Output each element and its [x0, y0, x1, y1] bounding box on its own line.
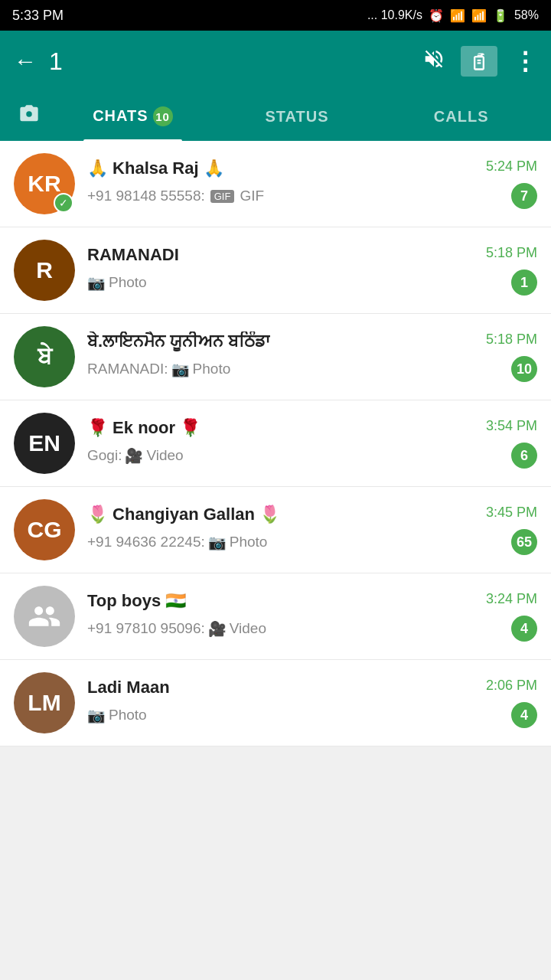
- nav-actions: ⋮: [422, 46, 537, 77]
- chat-preview-text: Gogi: 🎥 Video: [87, 447, 184, 465]
- chat-name: 🌹 Ek noor 🌹: [87, 418, 201, 438]
- more-options-button[interactable]: ⋮: [513, 47, 537, 76]
- battery-icon: 🔋: [493, 8, 508, 23]
- chat-content: 🌷 Changiyan Gallan 🌷 3:45 PM +91 94636 2…: [87, 505, 537, 555]
- chat-item[interactable]: CG 🌷 Changiyan Gallan 🌷 3:45 PM +91 9463…: [0, 487, 551, 573]
- chat-name-row: 🌷 Changiyan Gallan 🌷 3:45 PM: [87, 505, 537, 524]
- avatar: CG: [14, 499, 75, 560]
- chat-preview-text: 📷 Photo: [87, 707, 147, 724]
- chat-content: Ladi Maan 2:06 PM 📷 Photo 4: [87, 678, 537, 728]
- tab-chats[interactable]: CHATS10: [51, 91, 215, 142]
- photo-icon: 📷: [171, 361, 190, 378]
- avatar-wrap: R: [14, 240, 75, 301]
- chat-list: KR ✓ 🙏 Khalsa Raj 🙏 5:24 PM +91 98148 55…: [0, 141, 551, 746]
- avatar: R: [14, 240, 75, 301]
- chat-preview-text: +91 98148 55558: GIF GIF: [87, 188, 264, 204]
- chat-time: 5:18 PM: [486, 245, 537, 261]
- avatar-wrap: LM: [14, 672, 75, 733]
- back-button[interactable]: ←: [14, 48, 37, 74]
- avatar: [14, 586, 75, 647]
- chats-badge: 10: [153, 106, 173, 126]
- chat-time: 2:06 PM: [486, 678, 537, 694]
- signal-icon: 📶: [471, 8, 487, 23]
- tabs-bar: CHATS10 STATUS CALLS: [0, 92, 551, 141]
- battery-percent: 58%: [514, 8, 539, 22]
- chat-preview-text: RAMANADI: 📷 Photo: [87, 361, 230, 378]
- chat-name: Ladi Maan: [87, 678, 170, 697]
- chat-item[interactable]: ਬੇ ਬੇ.ਲਾਇਨਮੈਨ ਯੂਨੀਅਨ ਬਠਿੰਡਾ 5:18 PM RAMA…: [0, 314, 551, 400]
- chat-item[interactable]: KR ✓ 🙏 Khalsa Raj 🙏 5:24 PM +91 98148 55…: [0, 141, 551, 227]
- chat-name: 🙏 Khalsa Raj 🙏: [87, 158, 224, 178]
- nav-title: 1: [49, 47, 410, 76]
- chat-preview-row: +91 94636 22245: 📷 Photo 65: [87, 529, 537, 555]
- alarm-icon: ⏰: [429, 8, 444, 23]
- unread-badge: 4: [511, 702, 537, 728]
- unread-badge: 65: [511, 529, 537, 555]
- chat-name-row: 🌹 Ek noor 🌹 3:54 PM: [87, 418, 537, 438]
- chat-name-row: Ladi Maan 2:06 PM: [87, 678, 537, 697]
- camera-tab-icon[interactable]: [8, 103, 51, 130]
- chat-item[interactable]: Top boys 🇮🇳 3:24 PM +91 97810 95096: 🎥 V…: [0, 573, 551, 660]
- archive-button[interactable]: [461, 46, 497, 77]
- chat-time: 5:24 PM: [486, 158, 537, 175]
- chat-name-row: ਬੇ.ਲਾਇਨਮੈਨ ਯੂਨੀਅਨ ਬਠਿੰਡਾ 5:18 PM: [87, 332, 537, 351]
- avatar: ਬੇ: [14, 326, 75, 387]
- chat-time: 5:18 PM: [486, 332, 537, 348]
- unread-badge: 4: [511, 616, 537, 642]
- chat-time: 3:45 PM: [486, 505, 537, 521]
- chat-content: ਬੇ.ਲਾਇਨਮੈਨ ਯੂਨੀਅਨ ਬਠਿੰਡਾ 5:18 PM RAMANAD…: [87, 332, 537, 382]
- unread-badge: 1: [511, 270, 537, 296]
- status-time: 5:33 PM: [12, 8, 64, 24]
- chat-item[interactable]: LM Ladi Maan 2:06 PM 📷 Photo 4: [0, 660, 551, 746]
- chat-time: 3:24 PM: [486, 591, 537, 607]
- chat-name: Top boys 🇮🇳: [87, 591, 186, 611]
- mute-icon[interactable]: [422, 47, 445, 76]
- chat-item[interactable]: R RAMANADI 5:18 PM 📷 Photo 1: [0, 227, 551, 314]
- video-icon: 🎥: [125, 447, 143, 465]
- avatar: EN: [14, 413, 75, 474]
- avatar-wrap: CG: [14, 499, 75, 560]
- avatar-wrap: KR ✓: [14, 153, 75, 214]
- unread-badge: 10: [511, 356, 537, 382]
- chat-preview-row: +91 97810 95096: 🎥 Video 4: [87, 616, 537, 642]
- chat-name: RAMANADI: [87, 245, 179, 265]
- photo-icon: 📷: [208, 534, 227, 551]
- avatar: LM: [14, 672, 75, 733]
- avatar-wrap: EN: [14, 413, 75, 474]
- chat-content: RAMANADI 5:18 PM 📷 Photo 1: [87, 245, 537, 296]
- chat-name-row: 🙏 Khalsa Raj 🙏 5:24 PM: [87, 158, 537, 178]
- chat-content: 🙏 Khalsa Raj 🙏 5:24 PM +91 98148 55558: …: [87, 158, 537, 209]
- gif-badge: GIF: [210, 190, 235, 203]
- avatar-wrap: ਬੇ: [14, 326, 75, 387]
- network-speed: ... 10.9K/s: [367, 8, 422, 22]
- chat-name: 🌷 Changiyan Gallan 🌷: [87, 505, 280, 524]
- chat-time: 3:54 PM: [486, 418, 537, 434]
- chat-preview-row: 📷 Photo 4: [87, 702, 537, 728]
- nav-bar: ← 1 ⋮: [0, 31, 551, 92]
- chat-name: ਬੇ.ਲਾਇਨਮੈਨ ਯੂਨੀਅਨ ਬਠਿੰਡਾ: [87, 332, 270, 351]
- photo-icon: 📷: [87, 274, 106, 292]
- avatar-wrap: [14, 586, 75, 647]
- tab-calls[interactable]: CALLS: [379, 93, 543, 141]
- chat-item[interactable]: EN 🌹 Ek noor 🌹 3:54 PM Gogi: 🎥 Video 6: [0, 400, 551, 487]
- chat-name-row: RAMANADI 5:18 PM: [87, 245, 537, 265]
- chat-preview-row: Gogi: 🎥 Video 6: [87, 443, 537, 469]
- chat-preview-text: +91 97810 95096: 🎥 Video: [87, 620, 266, 638]
- chat-preview-row: RAMANADI: 📷 Photo 10: [87, 356, 537, 382]
- chat-name-row: Top boys 🇮🇳 3:24 PM: [87, 591, 537, 611]
- chat-preview-row: 📷 Photo 1: [87, 270, 537, 296]
- tab-status[interactable]: STATUS: [215, 93, 380, 141]
- video-icon: 🎥: [208, 620, 227, 638]
- read-check: ✓: [54, 193, 73, 213]
- wifi-icon: 📶: [450, 8, 465, 23]
- chat-preview-text: 📷 Photo: [87, 274, 147, 292]
- chat-preview-text: +91 94636 22245: 📷 Photo: [87, 534, 267, 551]
- chat-preview-row: +91 98148 55558: GIF GIF 7: [87, 183, 537, 209]
- photo-icon: 📷: [87, 707, 106, 724]
- chat-content: Top boys 🇮🇳 3:24 PM +91 97810 95096: 🎥 V…: [87, 591, 537, 642]
- unread-badge: 7: [511, 183, 537, 209]
- status-bar: 5:33 PM ... 10.9K/s ⏰ 📶 📶 🔋 58%: [0, 0, 551, 31]
- chat-content: 🌹 Ek noor 🌹 3:54 PM Gogi: 🎥 Video 6: [87, 418, 537, 469]
- unread-badge: 6: [511, 443, 537, 469]
